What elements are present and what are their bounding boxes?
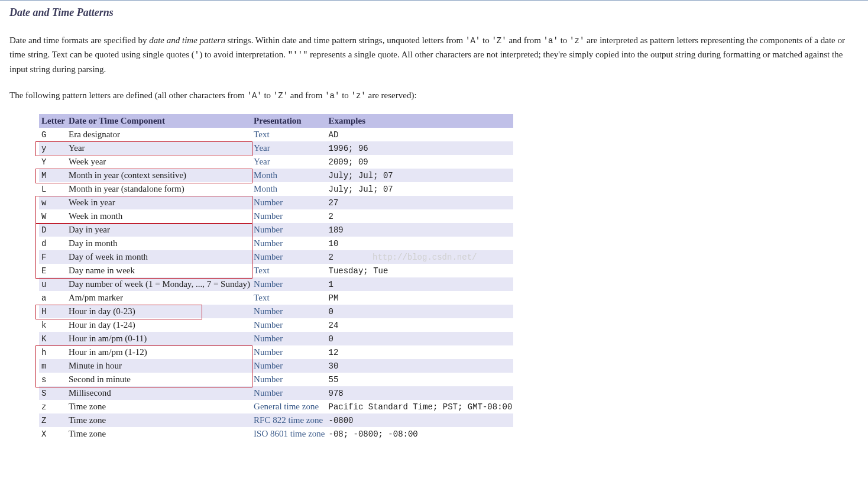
presentation-link[interactable]: Number bbox=[254, 347, 283, 357]
pattern-presentation: Number bbox=[251, 305, 326, 318]
presentation-link[interactable]: Text bbox=[254, 266, 269, 275]
pattern-component: Millisecond bbox=[66, 386, 251, 400]
presentation-link[interactable]: ISO 8601 time zone bbox=[254, 429, 325, 438]
pattern-letter: E bbox=[39, 264, 66, 277]
pattern-examples: 12 bbox=[326, 345, 514, 359]
pattern-examples: 10 bbox=[326, 237, 514, 250]
presentation-link[interactable]: Number bbox=[254, 225, 283, 234]
pattern-component: Week in month bbox=[66, 209, 251, 223]
pattern-component: Second in minute bbox=[66, 373, 251, 386]
pattern-component: Month in year (context sensitive) bbox=[66, 169, 251, 182]
table-row: LMonth in year (standalone form)MonthJul… bbox=[39, 182, 513, 196]
presentation-link[interactable]: Number bbox=[254, 334, 283, 343]
pattern-presentation: Month bbox=[251, 182, 326, 196]
pattern-letter: Y bbox=[39, 155, 66, 169]
pattern-component: Week year bbox=[66, 155, 251, 169]
presentation-link[interactable]: Number bbox=[254, 279, 283, 289]
pattern-presentation: Number bbox=[251, 223, 326, 237]
pattern-presentation: ISO 8601 time zone bbox=[251, 427, 326, 441]
table-row: mMinute in hourNumber30 bbox=[39, 359, 513, 373]
pattern-examples: -08; -0800; -08:00 bbox=[326, 427, 514, 441]
pattern-component: Time zone bbox=[66, 427, 251, 441]
pattern-presentation: Year bbox=[251, 141, 326, 155]
presentation-link[interactable]: Number bbox=[254, 388, 283, 398]
table-row: yYearYear1996; 96 bbox=[39, 141, 513, 155]
pattern-letter: u bbox=[39, 277, 66, 291]
presentation-link[interactable]: Number bbox=[254, 198, 283, 207]
intro-paragraph-2: The following pattern letters are define… bbox=[9, 88, 859, 102]
pattern-examples: July; Jul; 07 bbox=[326, 169, 514, 182]
pattern-examples: 2009; 09 bbox=[326, 155, 514, 169]
pattern-presentation: Number bbox=[251, 237, 326, 250]
pattern-examples: 55 bbox=[326, 373, 514, 386]
pattern-letter: d bbox=[39, 237, 66, 250]
presentation-link[interactable]: Number bbox=[254, 320, 283, 329]
pattern-component: Am/pm marker bbox=[66, 291, 251, 305]
pattern-examples: 1996; 96 bbox=[326, 141, 514, 155]
pattern-letter: D bbox=[39, 223, 66, 237]
table-row: GEra designatorTextAD bbox=[39, 128, 513, 141]
col-presentation: Presentation bbox=[251, 114, 326, 128]
pattern-examples: 27 bbox=[326, 196, 514, 209]
pattern-letter: k bbox=[39, 318, 66, 332]
pattern-component: Hour in day (0-23) bbox=[66, 305, 251, 318]
pattern-examples: 30 bbox=[326, 359, 514, 373]
pattern-examples: Tuesday; Tue bbox=[326, 264, 514, 277]
pattern-component: Week in year bbox=[66, 196, 251, 209]
table-row: sSecond in minuteNumber55 bbox=[39, 373, 513, 386]
presentation-link[interactable]: RFC 822 time zone bbox=[254, 415, 323, 425]
presentation-link[interactable]: Number bbox=[254, 238, 283, 248]
pattern-component: Time zone bbox=[66, 413, 251, 427]
pattern-letter: s bbox=[39, 373, 66, 386]
presentation-link[interactable]: Number bbox=[254, 374, 283, 384]
pattern-letter: F bbox=[39, 250, 66, 264]
pattern-presentation: Text bbox=[251, 128, 326, 141]
table-row: YWeek yearYear2009; 09 bbox=[39, 155, 513, 169]
pattern-letter: Z bbox=[39, 413, 66, 427]
table-row: WWeek in monthNumber2 bbox=[39, 209, 513, 223]
pattern-component: Hour in am/pm (1-12) bbox=[66, 345, 251, 359]
pattern-letter: z bbox=[39, 400, 66, 413]
table-row: KHour in am/pm (0-11)Number0 bbox=[39, 332, 513, 345]
presentation-link[interactable]: Month bbox=[254, 170, 277, 180]
col-letter: Letter bbox=[39, 114, 66, 128]
presentation-link[interactable]: Month bbox=[254, 184, 277, 193]
pattern-examples: Pacific Standard Time; PST; GMT-08:00 bbox=[326, 400, 514, 413]
pattern-presentation: Year bbox=[251, 155, 326, 169]
table-row: EDay name in weekTextTuesday; Tue bbox=[39, 264, 513, 277]
presentation-link[interactable]: General time zone bbox=[254, 402, 319, 411]
table-row: ZTime zoneRFC 822 time zone-0800 bbox=[39, 413, 513, 427]
pattern-presentation: Number bbox=[251, 373, 326, 386]
pattern-examples: -0800 bbox=[326, 413, 514, 427]
pattern-examples: 978 bbox=[326, 386, 514, 400]
table-row: zTime zoneGeneral time zonePacific Stand… bbox=[39, 400, 513, 413]
presentation-link[interactable]: Number bbox=[254, 361, 283, 370]
pattern-letter: X bbox=[39, 427, 66, 441]
pattern-component: Day of week in month bbox=[66, 250, 251, 264]
table-row: wWeek in yearNumber27 bbox=[39, 196, 513, 209]
presentation-link[interactable]: Number bbox=[254, 306, 283, 316]
intro-paragraph-1: Date and time formats are specified by d… bbox=[9, 33, 859, 76]
presentation-link[interactable]: Number bbox=[254, 252, 283, 261]
pattern-component: Day number of week (1 = Monday, ..., 7 =… bbox=[66, 277, 251, 291]
presentation-link[interactable]: Number bbox=[254, 211, 283, 221]
presentation-link[interactable]: Year bbox=[254, 143, 270, 153]
table-row: hHour in am/pm (1-12)Number12 bbox=[39, 345, 513, 359]
pattern-letter: H bbox=[39, 305, 66, 318]
pattern-presentation: Number bbox=[251, 277, 326, 291]
pattern-presentation: Number bbox=[251, 332, 326, 345]
presentation-link[interactable]: Text bbox=[254, 130, 269, 139]
pattern-component: Hour in day (1-24) bbox=[66, 318, 251, 332]
pattern-presentation: Number bbox=[251, 196, 326, 209]
pattern-presentation: Text bbox=[251, 264, 326, 277]
presentation-link[interactable]: Text bbox=[254, 293, 269, 302]
table-row: aAm/pm markerTextPM bbox=[39, 291, 513, 305]
pattern-component: Day name in week bbox=[66, 264, 251, 277]
presentation-link[interactable]: Year bbox=[254, 157, 270, 166]
pattern-component: Day in year bbox=[66, 223, 251, 237]
pattern-presentation: Number bbox=[251, 318, 326, 332]
table-header-row: Letter Date or Time Component Presentati… bbox=[39, 114, 513, 128]
table-row: DDay in yearNumber189 bbox=[39, 223, 513, 237]
pattern-presentation: General time zone bbox=[251, 400, 326, 413]
pattern-letter: M bbox=[39, 169, 66, 182]
